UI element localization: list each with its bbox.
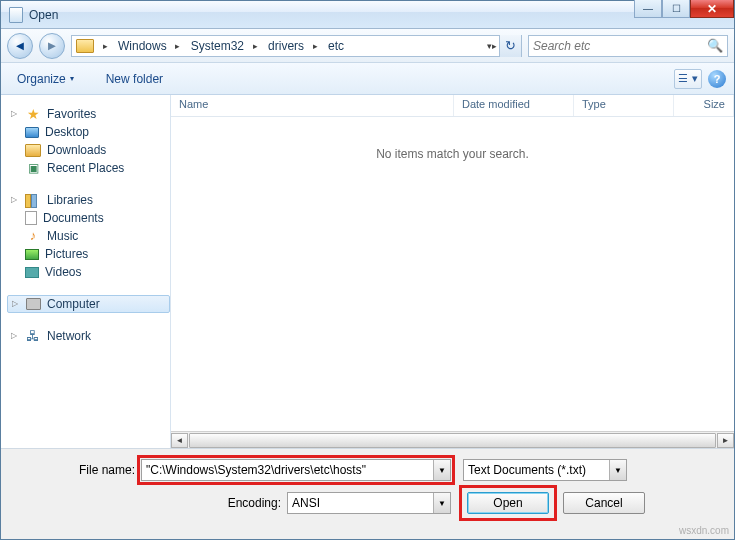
sidebar-label: Network	[47, 329, 91, 343]
chevron-down-icon[interactable]: ▼	[433, 493, 450, 513]
breadcrumb-seg-windows[interactable]: Windows	[112, 36, 171, 56]
recent-icon: ▣	[25, 161, 41, 175]
chevron-down-icon[interactable]: ▼	[433, 460, 450, 480]
chevron-down-icon[interactable]: ▼	[609, 460, 626, 480]
forward-button[interactable]: ►	[39, 33, 65, 59]
bottom-panel: File name: "C:\Windows\System32\drivers\…	[1, 448, 734, 539]
sidebar-item-music[interactable]: ♪Music	[7, 227, 170, 245]
libraries-icon	[25, 193, 41, 207]
maximize-button[interactable]: ☐	[662, 0, 690, 18]
chevron-down-icon[interactable]: ▾	[485, 36, 499, 56]
column-type[interactable]: Type	[574, 95, 674, 116]
navigation-bar: ◄ ► Windows System32 drivers etc ▾ ↻ 🔍	[1, 29, 734, 63]
open-dialog-window: Open — ☐ ✕ ◄ ► Windows System32 drivers …	[0, 0, 735, 540]
folder-icon	[25, 143, 41, 157]
sidebar-item-pictures[interactable]: Pictures	[7, 245, 170, 263]
search-icon: 🔍	[707, 38, 723, 53]
picture-icon	[25, 249, 39, 260]
breadcrumb-seg-system32[interactable]: System32	[185, 36, 248, 56]
sidebar-item-videos[interactable]: Videos	[7, 263, 170, 281]
window-title: Open	[29, 8, 58, 22]
filename-value[interactable]: "C:\Windows\System32\drivers\etc\hosts"	[142, 463, 433, 477]
file-list: Name Date modified Type Size No items ma…	[171, 95, 734, 448]
sidebar-item-computer[interactable]: Computer	[7, 295, 170, 313]
sidebar-label: Downloads	[47, 143, 106, 157]
close-button[interactable]: ✕	[690, 0, 734, 18]
toolbar: Organize New folder ☰ ▾ ?	[1, 63, 734, 95]
notepad-icon	[9, 7, 23, 23]
sidebar-label: Desktop	[45, 125, 89, 139]
view-options-button[interactable]: ☰ ▾	[674, 69, 702, 89]
sidebar-item-desktop[interactable]: Desktop	[7, 123, 170, 141]
sidebar-item-network[interactable]: 🖧Network	[7, 327, 170, 345]
star-icon: ★	[25, 107, 41, 121]
sidebar-item-downloads[interactable]: Downloads	[7, 141, 170, 159]
video-icon	[25, 267, 39, 278]
sidebar-label: Computer	[47, 297, 100, 311]
scroll-thumb[interactable]	[189, 433, 716, 448]
breadcrumb-seg-etc[interactable]: etc	[322, 36, 348, 56]
sidebar-label: Pictures	[45, 247, 88, 261]
column-name[interactable]: Name	[171, 95, 454, 116]
column-size[interactable]: Size	[674, 95, 734, 116]
filter-value: Text Documents (*.txt)	[464, 463, 609, 477]
desktop-icon	[25, 127, 39, 138]
watermark: wsxdn.com	[679, 525, 729, 536]
empty-message: No items match your search.	[171, 117, 734, 161]
titlebar: Open — ☐ ✕	[1, 1, 734, 29]
encoding-label: Encoding:	[13, 496, 287, 510]
column-headers: Name Date modified Type Size	[171, 95, 734, 117]
sidebar-item-libraries[interactable]: Libraries	[7, 191, 170, 209]
file-type-filter[interactable]: Text Documents (*.txt) ▼	[463, 459, 627, 481]
column-date-modified[interactable]: Date modified	[454, 95, 574, 116]
filename-field[interactable]: "C:\Windows\System32\drivers\etc\hosts" …	[141, 459, 451, 481]
open-button-highlight: Open	[463, 489, 553, 517]
sidebar-item-recent-places[interactable]: ▣Recent Places	[7, 159, 170, 177]
filename-label: File name:	[13, 463, 141, 477]
scroll-left-button[interactable]: ◄	[171, 433, 188, 448]
music-icon: ♪	[25, 229, 41, 243]
body-area: ★Favorites Desktop Downloads ▣Recent Pla…	[1, 95, 734, 448]
sidebar-label: Recent Places	[47, 161, 124, 175]
sidebar-label: Music	[47, 229, 78, 243]
navigation-pane: ★Favorites Desktop Downloads ▣Recent Pla…	[1, 95, 171, 448]
sidebar-label: Documents	[43, 211, 104, 225]
help-button[interactable]: ?	[708, 70, 726, 88]
sidebar-item-favorites[interactable]: ★Favorites	[7, 105, 170, 123]
search-input[interactable]	[533, 39, 707, 53]
organize-button[interactable]: Organize	[9, 68, 82, 90]
refresh-button[interactable]: ↻	[499, 35, 521, 57]
address-breadcrumb[interactable]: Windows System32 drivers etc ▾ ↻	[71, 35, 522, 57]
open-button[interactable]: Open	[467, 492, 549, 514]
file-list-body[interactable]: No items match your search. ◄ ►	[171, 117, 734, 448]
sidebar-item-documents[interactable]: Documents	[7, 209, 170, 227]
document-icon	[25, 211, 37, 225]
breadcrumb-seg-drivers[interactable]: drivers	[262, 36, 308, 56]
cancel-button[interactable]: Cancel	[563, 492, 645, 514]
chevron-right-icon[interactable]	[308, 36, 322, 56]
sidebar-label: Favorites	[47, 107, 96, 121]
sidebar-label: Libraries	[47, 193, 93, 207]
minimize-button[interactable]: —	[634, 0, 662, 18]
chevron-right-icon[interactable]	[248, 36, 262, 56]
computer-icon	[26, 298, 41, 310]
scroll-right-button[interactable]: ►	[717, 433, 734, 448]
chevron-right-icon[interactable]	[98, 36, 112, 56]
back-button[interactable]: ◄	[7, 33, 33, 59]
horizontal-scrollbar[interactable]: ◄ ►	[171, 431, 734, 448]
folder-icon	[76, 39, 94, 53]
encoding-field[interactable]: ANSI ▼	[287, 492, 451, 514]
new-folder-button[interactable]: New folder	[98, 68, 171, 90]
network-icon: 🖧	[25, 329, 41, 343]
encoding-value: ANSI	[288, 496, 433, 510]
search-box[interactable]: 🔍	[528, 35, 728, 57]
sidebar-label: Videos	[45, 265, 81, 279]
chevron-right-icon[interactable]	[171, 36, 185, 56]
